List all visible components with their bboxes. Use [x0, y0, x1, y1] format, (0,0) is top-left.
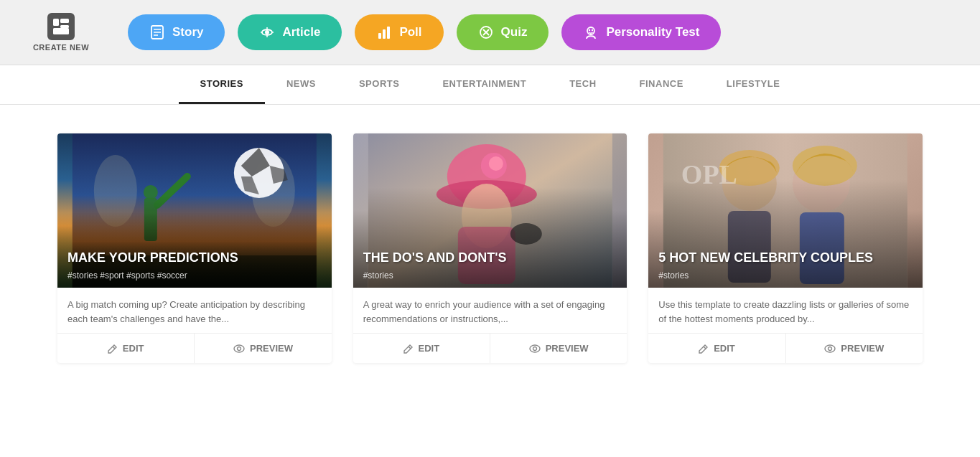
svg-rect-10 [383, 29, 386, 39]
svg-rect-9 [378, 33, 381, 39]
personality-button[interactable]: Personality Test [561, 14, 721, 50]
logo-area: CREATE NEW [29, 13, 93, 52]
svg-rect-11 [387, 27, 390, 39]
poll-icon [376, 24, 392, 40]
header: CREATE NEW Story Article [0, 0, 980, 65]
svg-point-52 [829, 347, 832, 350]
tab-news[interactable]: NEWS [265, 65, 337, 104]
preview-icon-soccer [233, 344, 245, 354]
preview-icon-celeb [824, 344, 836, 354]
tab-lifestyle[interactable]: LIFESTYLE [705, 65, 802, 104]
card-celeb: OPL 5 HOT NEW CELEBRITY COUPLES #stories… [648, 133, 923, 363]
card-overlay-soccer: MAKE YOUR PREDICTIONS #stories #sport #s… [57, 240, 332, 288]
svg-line-38 [409, 347, 411, 349]
card-description-celeb: Use this template to create dazzling lis… [648, 288, 923, 333]
poll-label: Poll [399, 25, 421, 39]
preview-button-soccer[interactable]: PREVIEW [195, 334, 331, 363]
article-label: Article [282, 25, 320, 39]
svg-rect-2 [60, 25, 69, 28]
preview-button-queen[interactable]: PREVIEW [490, 334, 627, 363]
logo-label: CREATE NEW [33, 43, 89, 52]
svg-rect-0 [53, 19, 59, 26]
article-icon [259, 24, 275, 40]
card-tags-celeb: #stories [658, 270, 913, 281]
edit-button-soccer[interactable]: EDIT [57, 334, 195, 363]
edit-label-celeb: EDIT [714, 343, 735, 354]
svg-point-40 [533, 347, 536, 350]
poll-button[interactable]: Poll [355, 14, 443, 50]
preview-icon-queen [529, 344, 541, 354]
card-title-queen: THE DO'S AND DONT'S [363, 250, 617, 266]
edit-label-queen: EDIT [419, 343, 440, 354]
svg-rect-1 [60, 19, 69, 23]
logo-icon [47, 13, 75, 40]
quiz-icon [478, 24, 494, 40]
card-image-queen: THE DO'S AND DONT'S #stories [353, 133, 627, 288]
card-tags-soccer: #stories #sport #sports #soccer [67, 270, 322, 281]
edit-icon-celeb [699, 344, 709, 354]
story-icon [149, 24, 165, 40]
card-actions-soccer: EDIT PREVIEW [57, 333, 332, 363]
edit-button-celeb[interactable]: EDIT [648, 334, 785, 363]
edit-icon-queen [403, 344, 414, 354]
quiz-button[interactable]: Quiz [457, 14, 549, 50]
svg-point-20 [252, 155, 295, 227]
quiz-label: Quiz [501, 25, 528, 39]
edit-icon-soccer [108, 344, 118, 354]
svg-point-19 [94, 155, 137, 227]
tab-tech[interactable]: TECH [548, 65, 617, 104]
tab-stories[interactable]: STORIES [179, 65, 265, 104]
story-button[interactable]: Story [128, 14, 225, 50]
card-actions-queen: EDIT PREVIEW [353, 333, 627, 363]
card-description-soccer: A big match coming up? Create anticipati… [57, 288, 332, 333]
tab-finance[interactable]: FINANCE [618, 65, 705, 104]
svg-point-27 [234, 345, 244, 352]
main-content: MAKE YOUR PREDICTIONS #stories #sport #s… [0, 105, 980, 457]
card-soccer: MAKE YOUR PREDICTIONS #stories #sport #s… [57, 133, 332, 363]
svg-point-28 [238, 347, 241, 350]
card-tags-queen: #stories [363, 270, 617, 281]
svg-point-8 [265, 30, 269, 34]
svg-rect-3 [53, 28, 69, 34]
card-image-celeb: OPL 5 HOT NEW CELEBRITY COUPLES #stories [648, 133, 923, 288]
tab-sports[interactable]: SPORTS [337, 65, 421, 104]
personality-icon [583, 24, 599, 40]
svg-point-51 [825, 345, 835, 352]
tab-entertainment[interactable]: ENTERTAINMENT [421, 65, 548, 104]
edit-label-soccer: EDIT [123, 343, 144, 354]
story-label: Story [172, 25, 203, 39]
edit-button-queen[interactable]: EDIT [353, 334, 490, 363]
svg-point-39 [530, 345, 540, 352]
card-queen: THE DO'S AND DONT'S #stories A great way… [353, 133, 627, 363]
svg-point-16 [589, 29, 590, 31]
card-description-queen: A great way to enrich your audience with… [353, 288, 627, 333]
preview-button-celeb[interactable]: PREVIEW [786, 334, 923, 363]
article-button[interactable]: Article [238, 14, 342, 50]
cards-grid: MAKE YOUR PREDICTIONS #stories #sport #s… [57, 133, 923, 363]
svg-rect-22 [144, 198, 157, 241]
svg-line-50 [704, 347, 706, 349]
card-image-soccer: MAKE YOUR PREDICTIONS #stories #sport #s… [57, 133, 332, 288]
preview-label-soccer: PREVIEW [250, 343, 293, 354]
card-title-soccer: MAKE YOUR PREDICTIONS [67, 250, 322, 266]
svg-point-23 [144, 185, 158, 199]
svg-point-17 [592, 29, 593, 31]
nav-tabs: STORIES NEWS SPORTS ENTERTAINMENT TECH F… [0, 65, 980, 105]
svg-line-26 [113, 347, 115, 349]
personality-label: Personality Test [606, 25, 699, 39]
preview-label-celeb: PREVIEW [841, 343, 884, 354]
card-overlay-queen: THE DO'S AND DONT'S #stories [353, 240, 627, 288]
card-overlay-celeb: 5 HOT NEW CELEBRITY COUPLES #stories [648, 240, 923, 288]
preview-label-queen: PREVIEW [546, 343, 589, 354]
card-actions-celeb: EDIT PREVIEW [648, 333, 923, 363]
card-title-celeb: 5 HOT NEW CELEBRITY COUPLES [658, 250, 913, 266]
